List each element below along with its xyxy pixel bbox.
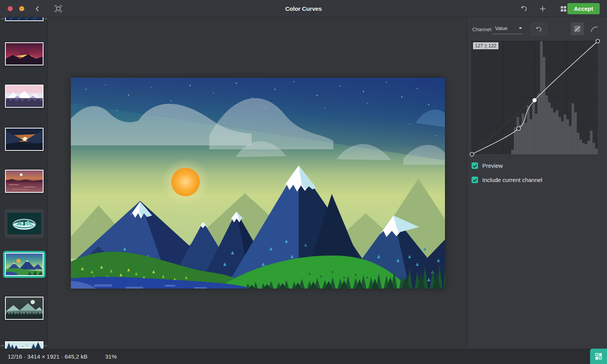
minimize-button[interactable]	[19, 6, 24, 11]
histogram-bar	[535, 114, 538, 154]
app-window: Color Curves Accept	[0, 0, 607, 364]
thumbnail-sunset-valley[interactable]	[5, 128, 43, 151]
add-button[interactable]	[536, 0, 549, 17]
crop-icon	[55, 5, 62, 12]
histogram-bar	[556, 110, 559, 154]
histogram-bar	[561, 122, 564, 154]
histogram-bar	[543, 57, 545, 154]
curve-point[interactable]	[470, 152, 474, 156]
histogram-bar	[590, 130, 593, 154]
thumbnail-winter-trees[interactable]	[5, 341, 43, 349]
zoom-level: 31%	[105, 353, 117, 360]
smooth-curve-icon	[590, 26, 598, 32]
back-icon	[35, 6, 40, 12]
histogram-bar	[579, 140, 582, 154]
channel-select[interactable]: Value	[493, 24, 523, 34]
curve-point-selected[interactable]	[532, 98, 537, 102]
histogram-bar	[566, 119, 569, 154]
histogram-bar	[522, 114, 524, 154]
undo-button[interactable]	[518, 0, 531, 17]
histogram-bar	[527, 106, 530, 154]
histogram-bar	[530, 119, 532, 154]
histogram-bar	[511, 150, 514, 154]
checkbox-preview[interactable]: Preview	[472, 162, 503, 169]
curve-reset-button[interactable]	[530, 23, 548, 36]
histogram-bar	[592, 143, 595, 154]
histogram-bar	[564, 115, 566, 154]
grid-view-icon	[595, 352, 602, 360]
edited-image	[71, 78, 445, 289]
image-info: 12/16 · 3414 × 1921 · 645,2 kB	[8, 353, 87, 360]
histogram-bar	[553, 112, 556, 154]
scroll-indicator	[44, 345, 47, 346]
thumbnail-cave-view[interactable]	[5, 209, 44, 238]
accept-button[interactable]: Accept	[567, 3, 600, 14]
curve-type-linear-button[interactable]	[571, 22, 584, 35]
checkbox-checked-icon	[472, 162, 478, 169]
add-icon	[540, 6, 546, 12]
status-bar: 12/16 · 3414 × 1921 · 645,2 kB 31%	[0, 349, 607, 364]
curve-point[interactable]	[596, 39, 600, 43]
thumbnail-night-mountains[interactable]	[5, 297, 43, 320]
histogram-bar	[587, 141, 590, 154]
thumbnail-green-mountains[interactable]	[5, 253, 43, 276]
checkbox-include-current-channel[interactable]: Include current channel	[472, 177, 542, 183]
crop-button[interactable]	[52, 0, 65, 17]
curve-tooltip: 127 ▯ 122	[473, 42, 498, 49]
curve-plot[interactable]: 127 ▯ 122	[472, 41, 597, 154]
channel-select-value: Value	[495, 25, 507, 31]
histogram-bar	[574, 112, 577, 154]
undo-icon	[536, 26, 542, 32]
gallery-icon	[560, 6, 567, 12]
close-button[interactable]	[8, 6, 13, 11]
scroll-indicator	[1, 18, 4, 19]
histogram-bar	[545, 95, 548, 154]
histogram-bar	[577, 133, 580, 154]
curve-type-smooth-button[interactable]	[588, 22, 601, 35]
histogram-bar	[540, 41, 543, 154]
histogram-bar	[582, 143, 585, 154]
editor-canvas	[48, 17, 467, 349]
thumbnail-sunset-lake[interactable]	[5, 170, 43, 193]
histogram-bar	[548, 102, 551, 154]
thumbnails-view-button[interactable]	[590, 349, 607, 364]
thumbnail-strip	[0, 17, 48, 349]
checkbox-checked-icon	[472, 177, 478, 183]
histogram-bar	[537, 93, 540, 154]
histogram-bar	[559, 117, 561, 154]
thumbnail-pink-mountains[interactable]	[5, 85, 43, 108]
histogram-bar	[595, 149, 598, 154]
histogram-bar	[585, 144, 587, 154]
histogram-bar	[517, 117, 519, 154]
linear-curve-icon	[574, 25, 581, 32]
histogram-bar	[572, 104, 574, 154]
curve-point[interactable]	[517, 127, 520, 130]
scroll-indicator	[1, 345, 4, 346]
histogram-bar	[569, 126, 572, 155]
channel-label: Channel:	[472, 27, 492, 32]
undo-icon	[521, 5, 528, 12]
thumbnail-night-stars[interactable]	[5, 17, 43, 21]
chevron-down-icon	[519, 27, 522, 29]
scroll-indicator	[44, 18, 47, 19]
histogram-bar	[550, 108, 553, 154]
histogram-bar	[524, 123, 527, 154]
curves-panel: Channel: Value 127 ▯ 12	[467, 17, 607, 349]
histogram-bar	[532, 102, 535, 154]
back-button[interactable]	[31, 0, 44, 17]
thumbnail-crimson-sunset[interactable]	[5, 42, 43, 65]
header-bar: Color Curves Accept	[0, 0, 607, 17]
page-title: Color Curves	[0, 0, 607, 17]
